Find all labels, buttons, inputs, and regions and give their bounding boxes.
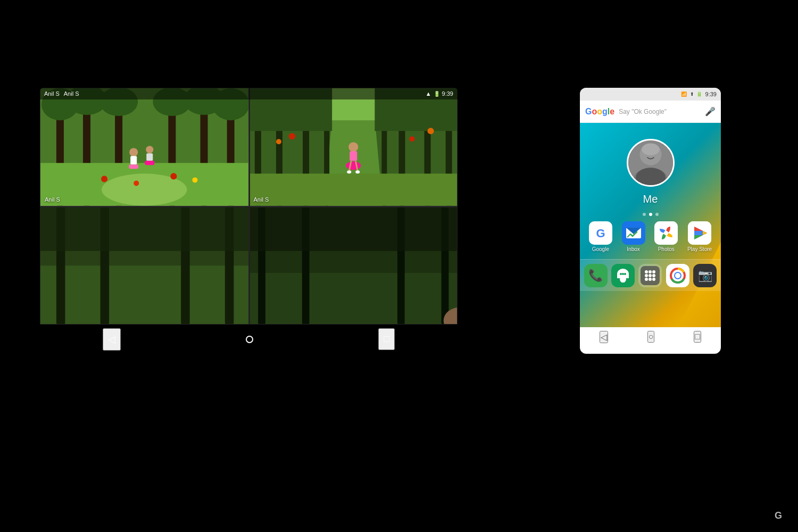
camera-dock-icon[interactable]: 📷 bbox=[693, 264, 717, 287]
page-dot-3 bbox=[655, 213, 659, 216]
svg-point-43 bbox=[348, 142, 358, 152]
phone-recent-button[interactable]: □ bbox=[694, 331, 701, 343]
google-search-placeholder: Say "Ok Google" bbox=[619, 108, 701, 115]
google-logo: Google bbox=[585, 107, 614, 117]
video-cell-bottom-right[interactable] bbox=[249, 206, 458, 325]
phone-dock: 📞 bbox=[580, 259, 721, 291]
svg-point-45 bbox=[346, 161, 361, 170]
svg-rect-24 bbox=[145, 161, 154, 165]
app-item-inbox[interactable]: Inbox bbox=[622, 221, 645, 252]
profile-name: Me bbox=[643, 193, 658, 205]
google-app-icon[interactable]: G bbox=[589, 221, 612, 245]
tablet-status-label1: Anil S bbox=[44, 90, 60, 97]
profile-section: Me bbox=[580, 123, 721, 205]
svg-rect-21 bbox=[129, 164, 138, 169]
battery-icon: 🔋 bbox=[434, 91, 440, 97]
video-cell-bottom-left[interactable] bbox=[40, 206, 249, 325]
tablet-back-button[interactable]: ◁ bbox=[103, 328, 121, 351]
dock-item-phone[interactable]: 📞 bbox=[584, 264, 608, 287]
photos-app-label: Photos bbox=[658, 246, 675, 252]
svg-point-97 bbox=[652, 270, 655, 273]
phone-home-button[interactable]: ○ bbox=[647, 331, 655, 343]
profile-avatar bbox=[627, 139, 675, 187]
svg-point-93 bbox=[624, 273, 626, 275]
app-item-play-store[interactable]: Play Store bbox=[687, 221, 712, 252]
svg-point-48 bbox=[347, 170, 351, 173]
svg-point-99 bbox=[649, 274, 652, 277]
svg-point-96 bbox=[649, 270, 652, 273]
svg-point-95 bbox=[645, 270, 648, 273]
mic-icon[interactable]: 🎤 bbox=[705, 106, 716, 117]
page-dot-2 bbox=[649, 213, 652, 216]
play-store-app-label: Play Store bbox=[687, 246, 712, 252]
dock-item-hangouts[interactable] bbox=[611, 264, 635, 287]
tablet-status-right: ▲ 🔋 9:39 bbox=[426, 90, 453, 97]
svg-rect-51 bbox=[40, 265, 248, 324]
dock-item-camera[interactable]: 📷 bbox=[693, 264, 717, 287]
app-item-google[interactable]: G Google bbox=[589, 221, 612, 252]
svg-point-100 bbox=[652, 274, 655, 277]
tablet-status-bar: Anil S Anil S ▲ 🔋 9:39 bbox=[40, 88, 458, 99]
app-row-main: G Google bbox=[584, 221, 717, 252]
phone-wifi-icon: ⬆ bbox=[690, 92, 694, 97]
svg-rect-60 bbox=[250, 273, 458, 324]
tablet-status-label2: Anil S bbox=[64, 90, 79, 97]
apps-dock-icon[interactable] bbox=[638, 264, 662, 287]
svg-point-75 bbox=[636, 168, 666, 187]
photos-app-icon[interactable] bbox=[654, 221, 678, 245]
tablet-device: Anil S Anil S ▲ 🔋 9:39 bbox=[40, 88, 458, 354]
tablet-time: 9:39 bbox=[442, 90, 453, 97]
google-watermark: G bbox=[775, 510, 782, 521]
cell-label-tr: Anil S bbox=[254, 196, 269, 203]
google-search-bar[interactable]: Google Say "Ok Google" 🎤 bbox=[580, 101, 721, 123]
google-app-label: Google bbox=[592, 246, 609, 252]
svg-point-102 bbox=[649, 278, 652, 281]
phone-battery-icon: 🔋 bbox=[696, 92, 702, 97]
svg-rect-68 bbox=[250, 207, 458, 251]
chrome-dock-icon[interactable] bbox=[666, 264, 689, 287]
play-store-app-icon[interactable] bbox=[688, 221, 711, 245]
page-dot-1 bbox=[643, 213, 646, 216]
horizontal-divider bbox=[40, 206, 458, 207]
phone-nav-bar: ◁ ○ □ bbox=[580, 327, 721, 346]
tablet-recent-button[interactable]: □ bbox=[378, 328, 395, 350]
phone-time: 9:39 bbox=[705, 91, 717, 97]
tablet-home-button[interactable] bbox=[246, 336, 253, 343]
svg-point-98 bbox=[645, 274, 648, 277]
svg-point-83 bbox=[664, 231, 668, 235]
svg-rect-20 bbox=[130, 156, 137, 164]
svg-point-101 bbox=[645, 278, 648, 281]
svg-point-17 bbox=[170, 173, 177, 179]
svg-point-73 bbox=[642, 144, 660, 155]
hangouts-dock-icon[interactable] bbox=[611, 264, 635, 287]
tablet-nav-bar: ◁ □ bbox=[40, 325, 458, 354]
phone-dock-icon[interactable]: 📞 bbox=[584, 264, 608, 287]
svg-point-15 bbox=[101, 176, 107, 182]
inbox-app-icon[interactable] bbox=[622, 221, 645, 245]
app-item-photos[interactable]: Photos bbox=[654, 221, 678, 252]
svg-point-92 bbox=[622, 273, 624, 275]
phone-status-bar: 📶 ⬆ 🔋 9:39 bbox=[580, 88, 721, 101]
video-cell-top-right[interactable]: Anil S bbox=[249, 88, 458, 206]
svg-text:G: G bbox=[596, 227, 605, 240]
dock-item-chrome[interactable] bbox=[666, 264, 689, 287]
phone-signal-icon: 📶 bbox=[681, 92, 687, 97]
phone-device: 📶 ⬆ 🔋 9:39 Google Say "Ok Google" 🎤 bbox=[580, 88, 721, 354]
phone-wallpaper: Me G Google bbox=[580, 123, 721, 327]
svg-rect-44 bbox=[350, 151, 357, 161]
svg-rect-23 bbox=[146, 153, 153, 161]
svg-point-18 bbox=[192, 177, 197, 182]
svg-point-91 bbox=[620, 273, 622, 275]
svg-point-16 bbox=[134, 180, 139, 186]
dock-item-apps[interactable] bbox=[638, 264, 662, 287]
svg-point-103 bbox=[652, 278, 655, 281]
svg-point-40 bbox=[409, 136, 414, 142]
phone-back-button[interactable]: ◁ bbox=[600, 331, 608, 343]
svg-point-49 bbox=[355, 170, 360, 173]
video-cell-top-left[interactable]: Anil S bbox=[40, 88, 249, 206]
svg-rect-58 bbox=[40, 207, 248, 251]
app-dock-area: G Google bbox=[580, 216, 721, 259]
svg-point-19 bbox=[129, 148, 138, 156]
svg-point-42 bbox=[276, 139, 281, 144]
inbox-app-label: Inbox bbox=[627, 246, 639, 252]
